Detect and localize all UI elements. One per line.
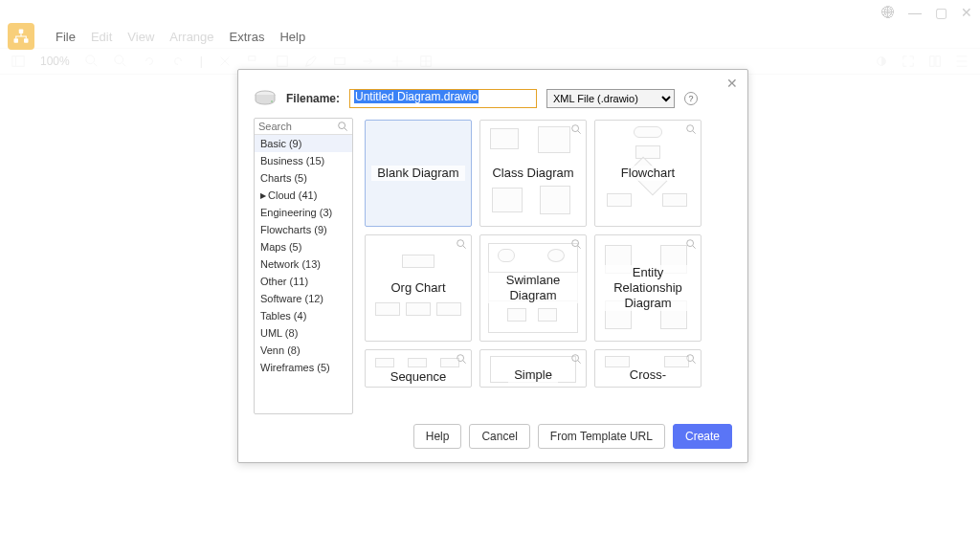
category-other[interactable]: Other (11) <box>255 273 352 290</box>
category-business[interactable]: Business (15) <box>255 152 352 169</box>
svg-rect-2 <box>24 38 29 43</box>
redo-icon[interactable] <box>171 55 185 68</box>
svg-rect-0 <box>19 30 24 34</box>
help-button[interactable]: Help <box>413 424 462 449</box>
fullscreen-icon[interactable] <box>902 55 915 68</box>
close-window-icon[interactable]: ✕ <box>961 5 972 20</box>
template-org-chart[interactable]: Org Chart <box>365 234 472 342</box>
template-label: Cross- <box>624 367 672 383</box>
svg-rect-17 <box>936 56 940 67</box>
chevron-right-icon: ▶ <box>260 191 266 200</box>
template-label: Simple <box>508 367 558 383</box>
from-template-url-button[interactable]: From Template URL <box>538 424 665 449</box>
category-sidebar: Basic (9) Business (15) Charts (5) ▶Clou… <box>254 118 353 414</box>
template-label: Org Chart <box>385 280 451 296</box>
zoom-in-icon[interactable] <box>85 55 99 68</box>
fill-icon[interactable] <box>218 55 232 68</box>
globe-icon[interactable]: 🌐︎ <box>881 5 895 20</box>
table-icon[interactable] <box>419 55 433 68</box>
collapse-icon[interactable] <box>955 55 969 68</box>
zoom-out-icon[interactable] <box>114 55 127 68</box>
menu-file[interactable]: File <box>56 30 76 44</box>
template-grid[interactable]: Blank Diagram Class Diagram <box>361 118 732 414</box>
category-cloud[interactable]: ▶Cloud (41) <box>255 187 352 204</box>
category-venn[interactable]: Venn (8) <box>255 342 352 359</box>
app-icon <box>8 23 34 50</box>
svg-point-5 <box>86 56 95 64</box>
svg-point-20 <box>339 122 345 128</box>
svg-rect-9 <box>249 56 256 60</box>
filetype-select[interactable]: XML File (.drawio) <box>546 89 675 108</box>
category-flowcharts[interactable]: Flowcharts (9) <box>255 221 352 238</box>
search-input[interactable] <box>258 121 338 132</box>
new-diagram-dialog: ✕ Filename: Untitled Diagram.drawio XML … <box>237 69 748 463</box>
category-list[interactable]: Basic (9) Business (15) Charts (5) ▶Clou… <box>255 135 352 413</box>
template-label: Flowchart <box>615 166 680 181</box>
shape-icon[interactable] <box>276 55 289 68</box>
template-flowchart[interactable]: Flowchart <box>594 120 702 227</box>
template-blank-diagram[interactable]: Blank Diagram <box>365 120 472 227</box>
search-icon[interactable] <box>338 122 348 132</box>
category-uml[interactable]: UML (8) <box>255 324 352 342</box>
rect-icon[interactable] <box>333 55 346 68</box>
svg-rect-10 <box>278 56 288 67</box>
template-simple[interactable]: Simple <box>479 349 587 388</box>
drive-icon <box>254 89 277 108</box>
template-cross-functional[interactable]: Cross- <box>594 349 702 388</box>
template-sequence[interactable]: Sequence <box>365 349 472 388</box>
menu-help[interactable]: Help <box>279 30 305 44</box>
create-button[interactable]: Create <box>673 424 732 449</box>
template-swimlane-diagram[interactable]: Swimlane Diagram <box>479 234 587 342</box>
theme-icon[interactable] <box>875 55 888 68</box>
template-label: Sequence <box>385 369 453 385</box>
dialog-footer: Help Cancel From Template URL Create <box>238 414 747 462</box>
window-titlebar: 🌐︎ — ▢ ✕ <box>0 0 980 25</box>
category-wireframes[interactable]: Wireframes (5) <box>255 359 352 376</box>
menubar: File Edit View Arrange Extras Help <box>0 25 980 48</box>
sidebar-toggle-icon[interactable] <box>11 55 25 68</box>
arrow-icon[interactable] <box>362 55 375 68</box>
svg-rect-3 <box>12 56 24 67</box>
template-class-diagram[interactable]: Class Diagram <box>479 120 587 227</box>
category-charts[interactable]: Charts (5) <box>255 169 352 187</box>
paint-icon[interactable] <box>247 55 260 68</box>
zoom-level[interactable]: 100% <box>40 55 70 68</box>
svg-line-21 <box>345 127 347 130</box>
category-engineering[interactable]: Engineering (3) <box>255 204 352 221</box>
template-label: Entity Relationship Diagram <box>595 265 701 312</box>
cancel-button[interactable]: Cancel <box>469 424 529 449</box>
pencil-icon[interactable] <box>304 55 318 68</box>
svg-line-8 <box>122 63 125 67</box>
close-icon[interactable]: ✕ <box>726 76 738 91</box>
template-label: Blank Diagram <box>371 166 464 181</box>
category-maps[interactable]: Maps (5) <box>255 238 352 255</box>
template-label: Swimlane Diagram <box>480 273 586 304</box>
svg-rect-16 <box>930 56 934 67</box>
category-basic[interactable]: Basic (9) <box>255 135 352 152</box>
svg-rect-1 <box>14 38 19 43</box>
svg-rect-11 <box>335 58 345 65</box>
category-tables[interactable]: Tables (4) <box>255 307 352 324</box>
menu-arrange[interactable]: Arrange <box>169 30 213 44</box>
svg-line-6 <box>93 63 97 67</box>
help-icon[interactable]: ? <box>684 92 698 105</box>
category-network[interactable]: Network (13) <box>255 255 352 273</box>
maximize-icon[interactable]: ▢ <box>935 5 947 20</box>
dialog-header: Filename: Untitled Diagram.drawio XML Fi… <box>238 70 747 118</box>
format-icon[interactable] <box>928 55 942 68</box>
minimize-icon[interactable]: — <box>908 5 922 20</box>
category-software[interactable]: Software (12) <box>255 290 352 307</box>
filename-label: Filename: <box>286 92 340 105</box>
svg-point-7 <box>115 56 123 64</box>
plus-icon[interactable] <box>390 55 404 68</box>
template-entity-relationship[interactable]: Entity Relationship Diagram <box>594 234 702 342</box>
menu-edit[interactable]: Edit <box>91 30 112 44</box>
menu-extras[interactable]: Extras <box>230 30 265 44</box>
template-label: Class Diagram <box>486 166 579 181</box>
menu-view[interactable]: View <box>127 30 154 44</box>
undo-icon[interactable] <box>143 55 156 68</box>
filename-input[interactable]: Untitled Diagram.drawio <box>349 89 537 108</box>
svg-point-19 <box>271 100 273 102</box>
